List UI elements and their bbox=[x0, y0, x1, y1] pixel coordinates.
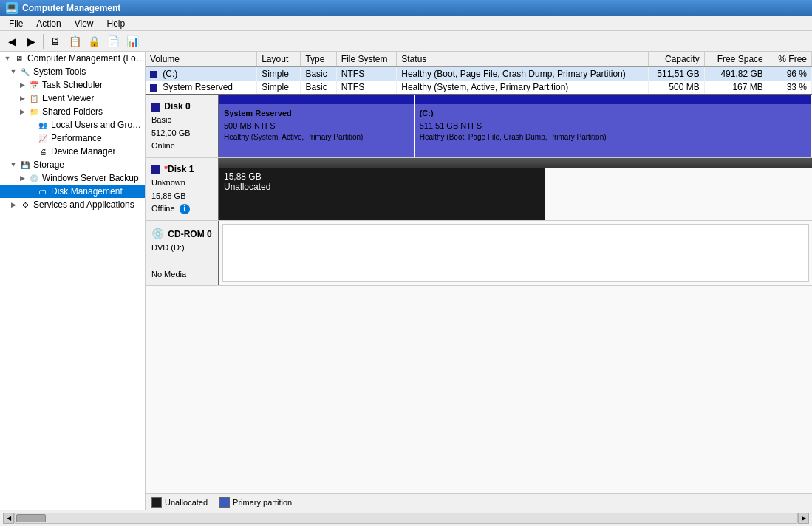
legend-unalloc-label: Unallocated bbox=[165, 498, 208, 507]
system-tools-icon: 🔧 bbox=[19, 66, 31, 78]
storage-expand: ▼ bbox=[7, 161, 19, 168]
cell-freespace: 491,82 GB bbox=[704, 66, 768, 81]
horizontal-scrollbar[interactable] bbox=[14, 513, 798, 524]
scroll-right-arrow[interactable]: ▶ bbox=[798, 513, 809, 524]
cell-capacity: 500 MB bbox=[648, 81, 704, 94]
system-tools-label: System Tools bbox=[33, 66, 86, 77]
title-bar: 💻 Computer Management bbox=[0, 0, 812, 16]
windows-backup-icon: 💿 bbox=[28, 172, 40, 184]
disk1-partitions: 15,88 GB Unallocated bbox=[219, 158, 812, 220]
legend-primary-box bbox=[219, 497, 230, 508]
partition-c[interactable]: (C:) 511,51 GB NTFS Healthy (Boot, Page … bbox=[415, 95, 812, 157]
disk1-info2: 15,88 GB bbox=[151, 190, 212, 203]
menu-action[interactable]: Action bbox=[30, 18, 66, 30]
drive-indicator bbox=[150, 71, 157, 78]
menu-bar: File Action View Help bbox=[0, 16, 812, 31]
sidebar: ▼ 🖥 Computer Management (Local ▼ 🔧 Syste… bbox=[0, 52, 146, 510]
scroll-left-arrow[interactable]: ◀ bbox=[3, 513, 14, 524]
cdrom-label: 💿 CD-ROM 0 DVD (D:) No Media bbox=[146, 221, 219, 285]
windows-backup-label: Windows Server Backup bbox=[42, 173, 139, 183]
disk-mgmt-icon: 🗃 bbox=[37, 185, 49, 197]
toolbar-btn-5[interactable]: 📊 bbox=[123, 33, 141, 49]
legend-bar: Unallocated Primary partition bbox=[146, 493, 812, 510]
col-volume[interactable]: Volume bbox=[146, 52, 257, 66]
toolbar-btn-2[interactable]: 📋 bbox=[66, 33, 83, 49]
c-info: (C:) 511,51 GB NTFS Healthy (Boot, Page … bbox=[415, 104, 811, 146]
cell-percentfree: 96 % bbox=[768, 66, 811, 81]
cdrom-content bbox=[222, 224, 809, 282]
event-viewer-label: Event Viewer bbox=[42, 93, 94, 103]
disk1-info3: Offline i bbox=[151, 202, 212, 216]
col-filesystem[interactable]: File System bbox=[336, 52, 396, 66]
disk1-unalloc-block[interactable]: 15,88 GB Unallocated bbox=[219, 168, 545, 220]
cell-layout: Simple bbox=[257, 66, 301, 81]
menu-file[interactable]: File bbox=[3, 18, 29, 30]
sidebar-item-disk-management[interactable]: 🗃 Disk Management bbox=[0, 185, 145, 198]
col-status[interactable]: Status bbox=[397, 52, 649, 66]
legend-primary-label: Primary partition bbox=[233, 498, 292, 507]
c-line2: Healthy (Boot, Page File, Crash Dump, Pr… bbox=[420, 132, 806, 143]
disk0-info2: 512,00 GB bbox=[151, 127, 212, 140]
sidebar-item-services-apps[interactable]: ▶ ⚙ Services and Applications bbox=[0, 198, 145, 211]
services-expand: ▶ bbox=[7, 201, 19, 208]
disk0-partitions: System Reserved 500 MB NTFS Healthy (Sys… bbox=[219, 95, 812, 157]
col-type[interactable]: Type bbox=[301, 52, 336, 66]
main-container: ▼ 🖥 Computer Management (Local ▼ 🔧 Syste… bbox=[0, 52, 812, 510]
cdrom-type: DVD (D:) bbox=[151, 242, 212, 255]
sidebar-item-storage[interactable]: ▼ 💾 Storage bbox=[0, 158, 145, 171]
cell-volume: System Reserved bbox=[146, 81, 257, 94]
task-scheduler-label: Task Scheduler bbox=[42, 80, 103, 90]
menu-help[interactable]: Help bbox=[101, 18, 132, 30]
storage-icon: 💾 bbox=[19, 159, 31, 171]
toolbar-btn-1[interactable]: 🖥 bbox=[47, 33, 64, 49]
disk1-name: *Disk 1 bbox=[151, 163, 212, 177]
cell-filesystem: NTFS bbox=[336, 66, 396, 81]
partition-sysreserved[interactable]: System Reserved 500 MB NTFS Healthy (Sys… bbox=[219, 95, 415, 157]
disk1-label: *Disk 1 Unknown 15,88 GB Offline i bbox=[146, 158, 219, 220]
shared-folders-label: Shared Folders bbox=[42, 106, 103, 117]
col-percentfree[interactable]: % Free bbox=[768, 52, 811, 66]
cdrom-row: 💿 CD-ROM 0 DVD (D:) No Media bbox=[146, 221, 812, 286]
cell-type: Basic bbox=[301, 81, 336, 94]
sidebar-item-windows-backup[interactable]: ▶ 💿 Windows Server Backup bbox=[0, 171, 145, 185]
disk1-unalloc-size: 15,88 GB bbox=[224, 171, 541, 182]
col-layout[interactable]: Layout bbox=[257, 52, 301, 66]
sidebar-item-system-tools[interactable]: ▼ 🔧 System Tools bbox=[0, 65, 145, 78]
sidebar-item-task-scheduler[interactable]: ▶ 📅 Task Scheduler bbox=[0, 78, 145, 92]
storage-label: Storage bbox=[33, 160, 64, 170]
toolbar-btn-3[interactable]: 🔒 bbox=[85, 33, 103, 49]
sysreserved-info: System Reserved 500 MB NTFS Healthy (Sys… bbox=[219, 104, 414, 146]
sidebar-item-event-viewer[interactable]: ▶ 📋 Event Viewer bbox=[0, 92, 145, 105]
toolbar-sep-1 bbox=[43, 34, 44, 49]
col-freespace[interactable]: Free Space bbox=[704, 52, 768, 66]
disk1-unalloc-label: Unallocated bbox=[224, 182, 541, 192]
col-capacity[interactable]: Capacity bbox=[648, 52, 704, 66]
scroll-thumb[interactable] bbox=[16, 514, 46, 522]
disk1-indicator bbox=[151, 165, 160, 174]
sidebar-item-shared-folders[interactable]: ▶ 📁 Shared Folders bbox=[0, 105, 145, 118]
table-row[interactable]: (C:) Simple Basic NTFS Healthy (Boot, Pa… bbox=[146, 66, 812, 81]
toolbar-forward[interactable]: ▶ bbox=[22, 33, 40, 49]
task-scheduler-icon: 📅 bbox=[28, 79, 40, 91]
cdrom-name: 💿 CD-ROM 0 bbox=[151, 225, 212, 242]
cell-type: Basic bbox=[301, 66, 336, 81]
disk1-row: *Disk 1 Unknown 15,88 GB Offline i 15,88… bbox=[146, 158, 812, 221]
sidebar-item-local-users[interactable]: 👥 Local Users and Groups bbox=[0, 118, 145, 132]
menu-view[interactable]: View bbox=[69, 18, 100, 30]
sidebar-root[interactable]: ▼ 🖥 Computer Management (Local bbox=[0, 52, 145, 65]
cell-status: Healthy (Boot, Page File, Crash Dump, Pr… bbox=[397, 66, 649, 81]
services-icon: ⚙ bbox=[19, 199, 31, 211]
table-row[interactable]: System Reserved Simple Basic NTFS Health… bbox=[146, 81, 812, 94]
toolbar-btn-4[interactable]: 📄 bbox=[104, 33, 122, 49]
performance-label: Performance bbox=[51, 133, 102, 143]
cdrom-indicator: 💿 bbox=[151, 228, 164, 239]
sidebar-item-device-manager[interactable]: 🖨 Device Manager bbox=[0, 145, 145, 158]
disk0-name: Disk 0 bbox=[151, 100, 212, 114]
toolbar: ◀ ▶ 🖥 📋 🔒 📄 📊 bbox=[0, 31, 812, 52]
cell-capacity: 511,51 GB bbox=[648, 66, 704, 81]
toolbar-back[interactable]: ◀ bbox=[3, 33, 21, 49]
local-users-label: Local Users and Groups bbox=[51, 120, 145, 130]
disk1-info-icon[interactable]: i bbox=[180, 204, 190, 214]
root-expand-icon: ▼ bbox=[1, 55, 13, 62]
sidebar-item-performance[interactable]: 📈 Performance bbox=[0, 132, 145, 145]
